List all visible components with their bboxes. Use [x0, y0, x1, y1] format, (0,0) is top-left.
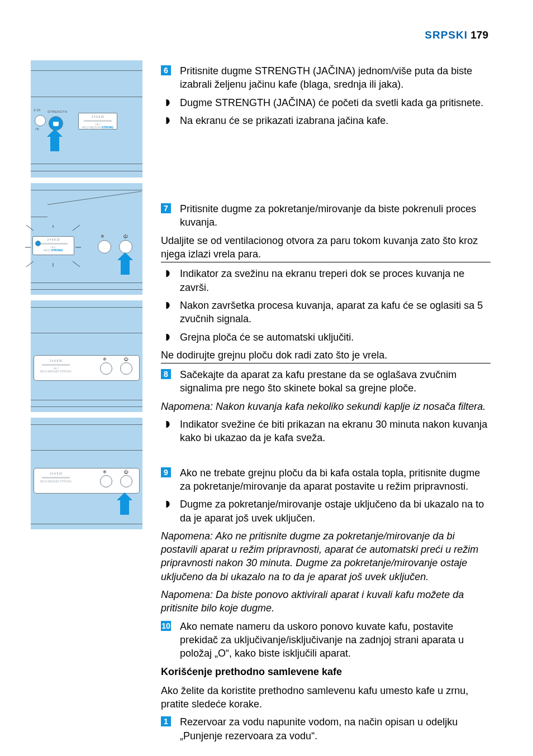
step-7: 7 Pritisnite dugme za pokretanje/mirovan… [161, 202, 491, 229]
step-7-bullet-3: Grejna ploča će se automatski uključiti. [161, 331, 491, 344]
illustration-step6: 2-10 STRENGTH OK 2 4 6 8 10 CALC MILD ME… [31, 60, 142, 178]
dial-small-icon [35, 115, 46, 126]
step-1-text: Rezervoar za vodu napunite vodom, na nač… [180, 716, 458, 741]
svg-line-0 [26, 225, 34, 231]
display-panel: 2 4 6 8 10 CALC MILD MEDIUM STRONG [78, 113, 117, 130]
standby-button-icon [100, 362, 112, 375]
step-9: 9 Ako ne trebate grejnu ploču da bi kafa… [161, 466, 491, 494]
burst-small-icon: ✻ [103, 470, 107, 476]
step-number-7: 7 [161, 203, 171, 213]
intro-preground: Ako želite da koristite prethodno samlev… [161, 684, 491, 711]
display-labels: 2 4 6 8 10 CALC MILD MEDIUM STRONG [36, 359, 75, 377]
step-8-text: Sačekajte da aparat za kafu prestane da … [180, 369, 456, 394]
step-number-1: 1 [161, 716, 171, 726]
step-6-bullet-2: Na ekranu će se prikazati izabrana jačin… [161, 114, 491, 127]
step-8: 8 Sačekajte da aparat za kafu prestane d… [161, 368, 491, 395]
control-panel: 2 4 6 8 10 CALC MILD MEDIUM STRONG ✻ ⏻ [34, 355, 140, 381]
step-7-bullet-1: Indikator za svežinu na ekranu treperi d… [161, 267, 491, 294]
step-10: 10 Ako nemate nameru da uskoro ponovo ku… [161, 620, 491, 661]
svg-line-7 [73, 261, 80, 267]
step-number-8: 8 [161, 369, 171, 379]
step-number-9: 9 [161, 467, 171, 477]
step-7-text: Pritisnite dugme za pokretanje/mirovanje… [180, 203, 476, 228]
power-button-icon [120, 475, 132, 487]
step-7-bullet-2: Nakon završetka procesa kuvanja, aparat … [161, 299, 491, 326]
step-6-text: Pritisnite dugme STRENGTH (JAČINA) jedno… [180, 65, 472, 90]
action-arrow-icon [120, 252, 131, 275]
note-reactivate: Napomena: Da biste ponovo aktivirali apa… [161, 588, 491, 615]
power-symbol-icon: ⏻ [123, 357, 128, 363]
note-standby: Napomena: Ako ne pritisnite dugme za pok… [161, 529, 491, 583]
step-8-bullet-1: Indikator svežine će biti prikazan na ek… [161, 418, 491, 445]
step-9-bullet-1: Dugme za pokretanje/mirovanje ostaje ukl… [161, 497, 491, 525]
burst-lines-icon [25, 225, 81, 267]
label-ok: OK [35, 127, 39, 131]
step-6: 6 Pritisnite dugme STRENGTH (JAČINA) jed… [161, 64, 491, 92]
control-panel: 2 4 6 8 10 MILD MEDIUM STRONG ✻ ⏻ [34, 468, 140, 494]
action-arrow-icon [119, 492, 130, 515]
standby-button-icon [100, 475, 112, 487]
power-button-icon [120, 362, 132, 375]
burst-small-icon: ✻ [101, 234, 104, 240]
warning-steam: Udaljite se od ventilacionog otvora za p… [161, 234, 491, 263]
step-9-text: Ako ne trebate grejnu ploču da bi kafa o… [180, 467, 480, 492]
illustration-step9: 2 4 6 8 10 MILD MEDIUM STRONG ✻ ⏻ [31, 418, 142, 529]
power-symbol-icon: ⏻ [123, 234, 127, 240]
illustration-step7: 2 4 6 8 10 CALC MILD STRONG ✻ ⏻ [31, 183, 142, 295]
illustration-step8: 2 4 6 8 10 CALC MILD MEDIUM STRONG ✻ ⏻ [31, 300, 142, 412]
display-labels: 2 4 6 8 10 MILD MEDIUM STRONG [36, 472, 75, 490]
label-strength: STRENGTH [47, 109, 67, 114]
svg-line-5 [26, 261, 34, 267]
step-10-text: Ako nemate nameru da uskoro ponovo kuvat… [180, 621, 464, 659]
power-button-icon [119, 240, 132, 253]
subheading-preground: Korišćenje prethodno samlevene kafe [161, 665, 491, 678]
burst-small-icon: ✻ [103, 357, 107, 363]
illustration-column: 2-10 STRENGTH OK 2 4 6 8 10 CALC MILD ME… [31, 60, 142, 535]
action-arrow-icon [49, 129, 60, 151]
step-number-10: 10 [161, 621, 171, 631]
step-1-preground: 1 Rezervoar za vodu napunite vodom, na n… [161, 715, 491, 743]
note-drip: Napomena: Nakon kuvanja kafa nekoliko se… [161, 400, 491, 413]
label-210: 2-10 [34, 108, 40, 112]
language-label: SRPSKI [425, 29, 468, 41]
svg-line-2 [73, 225, 80, 231]
warning-hotplate: Ne dodirujte grejnu ploču dok radi zato … [161, 348, 491, 363]
page-number: 179 [470, 29, 488, 41]
step-number-6: 6 [161, 65, 171, 75]
standby-button-icon [98, 240, 111, 253]
power-symbol-icon: ⏻ [123, 470, 128, 476]
page-header: SRPSKI 179 [425, 28, 488, 42]
step-6-bullet-1: Dugme STRENGTH (JAČINA) će početi da sve… [161, 96, 491, 109]
text-content: 6 Pritisnite dugme STRENGTH (JAČINA) jed… [161, 64, 491, 747]
